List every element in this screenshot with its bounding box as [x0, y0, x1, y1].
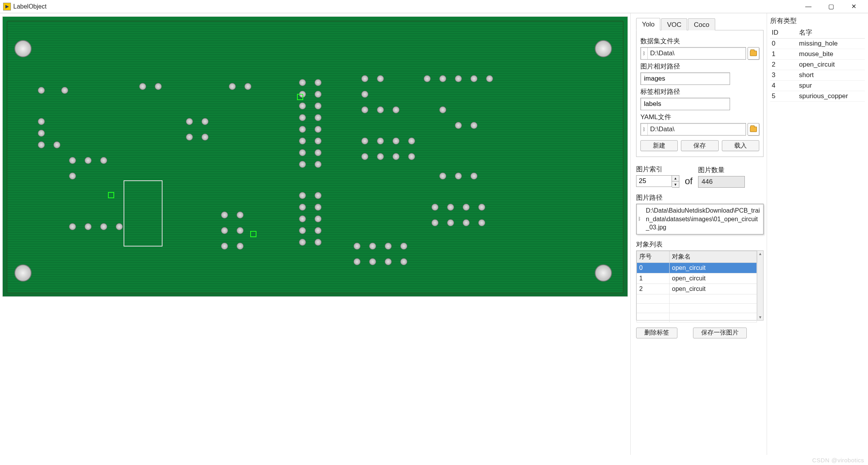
class-row[interactable]: 3short: [770, 70, 865, 81]
label-rel
      -input[interactable]: [640, 98, 730, 110]
new-button[interactable]: 新建: [640, 140, 678, 151]
control-panel: Yolo VOC Coco 数据集文件夹 ᛒ D:\Data\ 图片相对路径 标…: [630, 13, 767, 455]
yaml-label: YAML文件: [640, 113, 759, 122]
object-row[interactable]: 0open_circuit: [637, 262, 757, 273]
yaml-input[interactable]: ᛒ D:\Data\: [640, 123, 746, 136]
object-row[interactable]: 1open_circuit: [637, 273, 757, 284]
class-row-id: 4: [770, 81, 797, 91]
class-row-name: missing_hole: [797, 39, 865, 49]
tab-voc[interactable]: VOC: [661, 18, 687, 30]
image-pane: [0, 13, 630, 455]
class-row-id: 2: [770, 60, 797, 70]
class-col-name[interactable]: 名字: [797, 27, 865, 39]
of-label: of: [684, 176, 693, 188]
class-row[interactable]: 0missing_hole: [770, 39, 865, 49]
dataset-folder-label: 数据集文件夹: [640, 37, 759, 46]
delete-label-button[interactable]: 删除标签: [636, 328, 677, 338]
object-list-scrollbar[interactable]: ▲ ▼: [757, 251, 763, 320]
object-row-index: 1: [637, 273, 670, 284]
class-row-name: mouse_bite: [797, 49, 865, 60]
class-panel: 所有类型 ID 名字 0missing_hole1mouse_bite2open…: [767, 13, 868, 455]
class-row[interactable]: 2open_circuit: [770, 60, 865, 70]
browse-yaml-button[interactable]: [748, 123, 759, 136]
path-glyph-icon: ᛒ: [641, 48, 648, 59]
window-title: LabelObject: [13, 3, 46, 10]
path-glyph-icon: ᛒ: [641, 123, 648, 135]
object-row-name: open_circuit: [670, 284, 757, 294]
image-count-value: 446: [698, 176, 745, 188]
image-index-input[interactable]: [636, 175, 672, 187]
image-count-label: 图片数量: [698, 166, 745, 174]
titlebar: ▶ LabelObject — ▢ ✕: [0, 0, 868, 13]
image-index-label: 图片索引: [636, 165, 679, 174]
class-row[interactable]: 5spurious_copper: [770, 91, 865, 102]
class-row-id: 3: [770, 70, 797, 81]
scroll-up-icon[interactable]: ▲: [758, 252, 762, 256]
class-table: ID 名字 0missing_hole1mouse_bite2open_circ…: [770, 27, 865, 102]
image-canvas[interactable]: [2, 16, 628, 297]
image-path-display: ᛒ D:\Data\BaiduNetdiskDownload\PCB_train…: [636, 204, 764, 234]
annotation-box[interactable]: [297, 94, 303, 100]
tab-coco[interactable]: Coco: [688, 18, 715, 30]
class-row-name: spur: [797, 81, 865, 91]
close-button[interactable]: ✕: [842, 0, 865, 13]
class-row[interactable]: 1mouse_bite: [770, 49, 865, 60]
dataset-folder-value: D:\Data\: [648, 49, 746, 57]
class-row[interactable]: 4spur: [770, 81, 865, 91]
scroll-down-icon[interactable]: ▼: [758, 315, 762, 319]
app-icon: ▶: [3, 3, 11, 11]
pcb-board: [3, 17, 628, 297]
object-row-name: open_circuit: [670, 273, 757, 284]
object-row-empty: [637, 294, 757, 303]
class-row-name: open_circuit: [797, 60, 865, 70]
minimize-button[interactable]: —: [797, 0, 820, 13]
browse-dataset-button[interactable]: [748, 47, 759, 60]
class-row-id: 0: [770, 39, 797, 49]
annotation-box[interactable]: [108, 192, 114, 198]
path-glyph-icon: ᛒ: [638, 216, 641, 222]
watermark: CSDN @virobotics: [812, 457, 864, 463]
object-row-empty: [637, 313, 757, 322]
image-rel-label: 图片相对路径: [640, 62, 759, 71]
format-tabs: Yolo VOC Coco: [636, 16, 764, 30]
spinner-down-icon[interactable]: ▼: [672, 181, 679, 187]
tab-yolo[interactable]: Yolo: [636, 18, 660, 30]
save-image-button[interactable]: 保存一张图片: [693, 328, 747, 338]
class-row-name: short: [797, 70, 865, 81]
image-index-spinner[interactable]: ▲ ▼: [636, 175, 679, 188]
spinner-up-icon[interactable]: ▲: [672, 176, 679, 181]
object-row-index: 2: [637, 284, 670, 294]
maximize-button[interactable]: ▢: [820, 0, 842, 13]
object-row-name: open_circuit: [670, 262, 757, 273]
image-path-value: D:\Data\BaiduNetdiskDownload\PCB_train_d…: [646, 207, 760, 231]
image-path-label: 图片路径: [636, 193, 764, 202]
tab-content: 数据集文件夹 ᛒ D:\Data\ 图片相对路径 标签相对路径 YAML文件 ᛒ…: [636, 30, 764, 157]
object-list-title: 对象列表: [636, 240, 764, 249]
save-button[interactable]: 保存: [681, 140, 718, 151]
class-row-id: 1: [770, 49, 797, 60]
load-button[interactable]: 载入: [722, 140, 759, 151]
object-row-empty: [637, 303, 757, 313]
annotation-box[interactable]: [250, 231, 256, 237]
object-row-index: 0: [637, 262, 670, 273]
class-col-id[interactable]: ID: [770, 27, 797, 39]
folder-icon: [750, 127, 757, 132]
object-list: 序号 对象名 0open_circuit1open_circuit2open_c…: [636, 250, 764, 321]
class-row-id: 5: [770, 91, 797, 102]
object-col-name[interactable]: 对象名: [670, 251, 757, 262]
image-rel-input[interactable]: [640, 72, 730, 85]
object-row[interactable]: 2open_circuit: [637, 284, 757, 294]
class-list-title: 所有类型: [770, 16, 865, 25]
dataset-folder-input[interactable]: ᛒ D:\Data\: [640, 47, 746, 60]
object-col-index[interactable]: 序号: [637, 251, 670, 262]
label-rel-label: 标签相对路径: [640, 87, 759, 96]
folder-icon: [750, 51, 757, 56]
yaml-value: D:\Data\: [648, 125, 746, 133]
class-row-name: spurious_copper: [797, 91, 865, 102]
